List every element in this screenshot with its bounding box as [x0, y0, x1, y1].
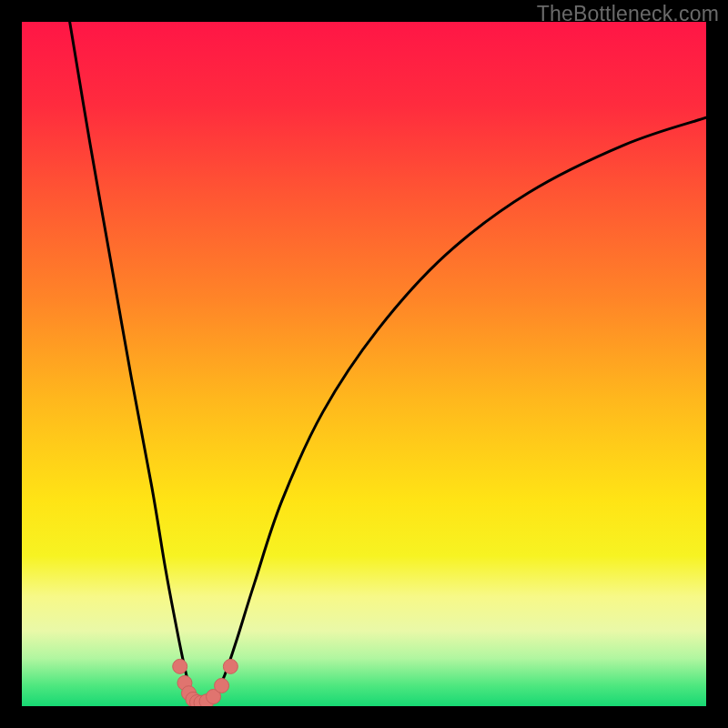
chart-svg: [22, 22, 706, 706]
watermark-text: TheBottleneck.com: [537, 2, 719, 26]
marker-dot: [215, 678, 229, 693]
chart-frame: [22, 22, 706, 706]
marker-dot: [173, 659, 187, 673]
marker-dot: [223, 659, 238, 673]
chart-background: [22, 22, 706, 706]
